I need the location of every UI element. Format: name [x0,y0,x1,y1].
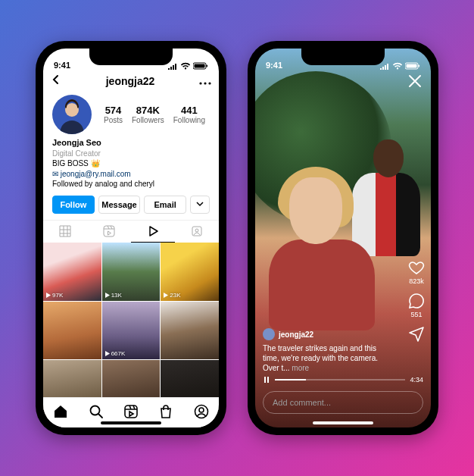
suggestions-toggle-button[interactable] [190,196,210,214]
stat-posts-label: Posts [104,116,123,124]
play-small-icon [45,293,51,298]
stat-followers-label: Followers [132,116,164,124]
svg-rect-2 [207,65,208,67]
bio-followed-by: Followed by analog and cheryl [52,179,210,189]
caption-more[interactable]: more [292,364,309,372]
phone-profile: 9:41 jeongja22 [36,41,226,435]
search-icon [89,404,104,419]
wifi-icon [180,62,191,70]
grid-icon [59,225,71,237]
video-scrubber[interactable]: 4:34 [263,376,423,384]
battery-icon [193,62,208,70]
stat-following[interactable]: 441 Following [173,105,205,124]
profile-bio: Jeongja Seo Digital Creator BIG BOSS 👑 ✉… [43,136,219,194]
views-text: 13K [111,292,122,299]
like-count: 823k [409,277,424,285]
nav-home[interactable] [53,404,68,422]
reels-icon [103,225,115,237]
svg-point-14 [199,408,204,412]
status-time: 9:41 [54,61,70,70]
home-indicator [313,421,373,424]
bio-email[interactable]: ✉ jeongja@ry.mail.com [52,169,210,180]
stat-followers-value: 874K [132,105,164,116]
scrubber-track[interactable] [275,379,405,380]
screen-profile: 9:41 jeongja22 [43,49,219,427]
cell-views: 97K [45,292,63,299]
comment-button[interactable]: 551 [408,293,425,318]
profile-action-buttons: Follow Message Email [43,194,219,220]
close-button[interactable] [408,74,422,92]
back-button[interactable] [51,74,61,87]
comment-icon [408,293,425,309]
message-button[interactable]: Message [98,196,141,214]
tab-tagged[interactable] [175,221,219,243]
tagged-icon [191,225,203,237]
status-icons [167,62,208,70]
tab-grid[interactable] [43,221,87,243]
email-button[interactable]: Email [144,196,186,214]
caption-text[interactable]: The traveler strikes again and this time… [263,343,388,373]
phone-video: 9:41 823k 551 [248,41,438,435]
follow-button[interactable]: Follow [52,196,95,214]
home-icon [53,404,68,419]
caption-body: The traveler strikes again and this time… [263,344,378,372]
bio-line: BIG BOSS 👑 [52,158,210,169]
avatar-image [52,95,92,134]
svg-rect-17 [419,65,420,67]
views-text: 23K [170,292,180,299]
grid-cell[interactable]: 23K [161,243,219,301]
grid-cell[interactable] [161,302,219,360]
play-small-icon [104,351,110,356]
close-icon [408,74,422,88]
bag-icon [158,404,173,419]
views-text: 97K [52,292,63,299]
profile-avatar[interactable] [52,95,92,134]
svg-rect-1 [195,64,205,68]
battery-icon [405,62,420,70]
profile-icon [194,404,209,419]
comment-count: 551 [410,311,422,318]
profile-stats: 574 Posts 874K Followers 441 Following [99,105,210,124]
svg-point-7 [65,103,79,117]
dots-horizontal-icon [199,82,211,85]
grid-cell[interactable]: 667K [102,302,161,360]
status-time: 9:41 [266,61,282,70]
thumb [43,302,101,360]
stat-posts-value: 574 [104,105,123,116]
stat-posts[interactable]: 574 Posts [104,105,123,124]
share-button[interactable] [408,326,425,344]
profile-topbar: jeongja22 [43,71,219,92]
svg-point-4 [204,82,206,84]
thumb [161,302,219,360]
caption-username: jeongja22 [279,330,313,339]
svg-point-11 [90,406,99,415]
views-text: 667K [111,350,126,357]
tab-video[interactable] [131,221,175,243]
nav-search[interactable] [89,404,104,422]
play-icon [147,225,159,237]
caption-user[interactable]: jeongja22 [263,328,388,340]
nav-shop[interactable] [158,404,173,422]
tab-reels[interactable] [87,221,131,243]
grid-cell[interactable]: 13K [102,243,161,301]
video-grid: 97K 13K 23K 667K [43,243,219,418]
cell-views: 13K [104,292,122,299]
grid-cell[interactable]: 97K [43,243,101,301]
caption-avatar [263,328,275,340]
grid-cell[interactable] [43,302,101,360]
comment-input[interactable]: Add comment... [263,391,423,414]
video-action-rail: 823k 551 [408,259,425,344]
svg-rect-8 [104,226,114,236]
nav-profile[interactable] [194,404,209,422]
pause-icon[interactable] [263,376,270,384]
chevron-left-icon [51,74,61,85]
nav-reels[interactable] [123,404,139,422]
cell-views: 667K [104,350,126,357]
status-icons [379,62,420,70]
stat-followers[interactable]: 874K Followers [132,105,164,124]
comment-placeholder: Add comment... [273,398,331,407]
like-button[interactable]: 823k [408,259,425,285]
screen-video: 9:41 823k 551 [255,49,431,427]
notch [301,49,385,65]
more-options-button[interactable] [199,75,211,87]
